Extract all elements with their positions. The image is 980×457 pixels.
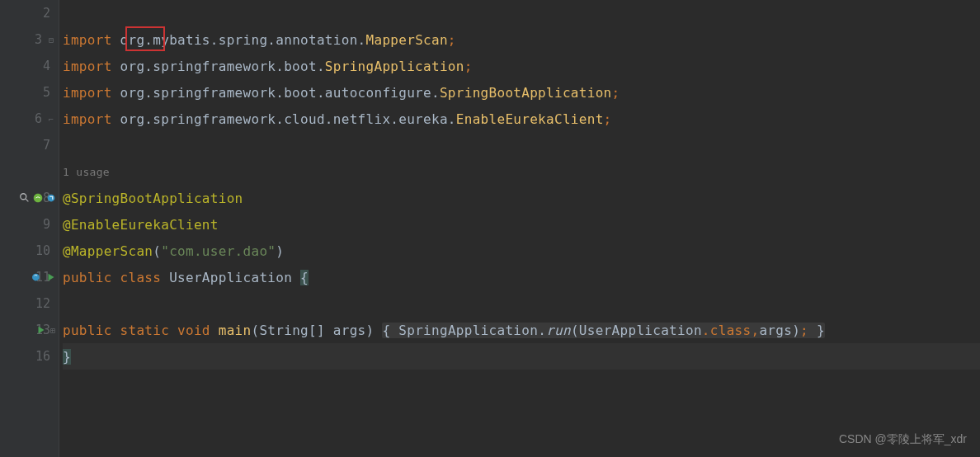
paren-close: ) (276, 243, 284, 259)
brace-open: { (300, 270, 309, 285)
code-line[interactable]: @EnableEurekaClient (63, 211, 980, 238)
svg-point-2 (48, 195, 55, 202)
keyword-class: class (120, 270, 170, 285)
gutter-row: 16 (0, 343, 59, 370)
class-identifier: UserApplication (169, 270, 300, 285)
gutter: 2 3⊟ 4 5 6⌐ 7 8 9 10 11 12 13 (0, 0, 59, 457)
gutter-row: 10 (0, 238, 59, 264)
line-number: 4 (43, 59, 50, 73)
code-line[interactable]: } (63, 343, 980, 370)
annotation: @SpringBootApplication (63, 191, 243, 206)
line-number: 16 (35, 349, 50, 364)
package-segment: org.springframework.boot. (120, 59, 325, 74)
paren-open: ( (251, 323, 259, 338)
line-number: 6 (35, 111, 42, 126)
gutter-row: 8 (0, 185, 59, 211)
gutter-row: 3⊟ (0, 26, 59, 53)
line-number: 3 (35, 32, 42, 47)
string-literal: "com.user.dao" (161, 243, 276, 259)
gutter-row: 13 ⊞ (0, 317, 59, 343)
method-call: run (546, 323, 571, 338)
line-number: 9 (43, 217, 50, 232)
line-number: 10 (35, 243, 50, 258)
brace-close: } (63, 349, 71, 365)
code-line[interactable]: public static void main(String[] args) {… (63, 317, 980, 343)
class-name: EnableEurekaClient (456, 111, 604, 127)
type-name: String (259, 323, 309, 338)
annotation: @EnableEurekaClient (63, 217, 219, 233)
brackets: [] (309, 323, 325, 338)
param-name: args (325, 323, 366, 338)
package-segment: org (120, 32, 145, 48)
line-number: 12 (35, 296, 50, 311)
code-line[interactable]: @MapperScan("com.user.dao") (63, 238, 980, 264)
code-line[interactable]: 1 usage (63, 158, 980, 185)
class-name: SpringApplication (325, 59, 464, 74)
spring-leaf-icon[interactable] (32, 192, 44, 204)
line-number: 2 (43, 6, 50, 21)
paren-close: ) (366, 323, 383, 338)
gutter-row: 4 (0, 53, 59, 79)
package-segment: org.springframework.cloud.netflix.eureka… (120, 111, 456, 127)
annotation: @MapperScan (63, 243, 153, 259)
gutter-row: 11 (0, 264, 59, 290)
gutter-row (0, 158, 59, 185)
code-line[interactable] (63, 0, 980, 26)
code-area[interactable]: import org.mybatis.spring.annotation.Map… (59, 0, 980, 457)
class-name: SpringBootApplication (440, 85, 612, 101)
gutter-row: 5 (0, 79, 59, 106)
line-number: 7 (43, 138, 50, 153)
gutter-row: 2 (0, 0, 59, 26)
code-line[interactable]: import org.springframework.boot.autoconf… (63, 79, 980, 106)
search-icon[interactable] (19, 192, 31, 204)
package-segment: org.springframework.boot.autoconfigure. (120, 85, 440, 101)
keyword-import: import (63, 85, 120, 101)
code-editor[interactable]: 2 3⊟ 4 5 6⌐ 7 8 9 10 11 12 13 (0, 0, 980, 457)
keyword-import: import (63, 32, 120, 48)
code-line[interactable]: import org.springframework.cloud.netflix… (63, 106, 980, 132)
keyword-import: import (63, 111, 120, 127)
run-icon[interactable] (45, 271, 57, 283)
svg-line-1 (26, 199, 29, 202)
keyword-public: public (63, 270, 120, 285)
code-line[interactable]: public class UserApplication { (63, 264, 980, 290)
fold-end-icon[interactable]: ⌐ (47, 115, 55, 123)
usage-hint[interactable]: 1 usage (63, 166, 110, 178)
folded-region[interactable]: { SpringApplication.run(UserApplication.… (382, 323, 824, 338)
watermark-text: CSDN @零陵上将军_xdr (839, 432, 967, 447)
run-icon[interactable] (35, 324, 47, 336)
class-name: MapperScan (366, 32, 448, 48)
package-segment: .mybatis.spring.annotation. (144, 32, 365, 48)
keyword-import: import (63, 59, 120, 74)
fold-minus-icon[interactable]: ⊟ (47, 35, 55, 44)
line-number: 5 (43, 85, 50, 100)
method-name: main (219, 323, 252, 338)
code-line[interactable] (63, 290, 980, 317)
code-line[interactable]: import org.springframework.boot.SpringAp… (63, 53, 980, 79)
semicolon: ; (464, 59, 473, 74)
svg-point-0 (21, 194, 26, 200)
spring-run-icon[interactable] (32, 271, 44, 283)
gutter-row: 12 (0, 290, 59, 317)
refresh-icon[interactable] (45, 192, 57, 204)
keyword-void: void (177, 323, 219, 338)
semicolon: ; (604, 111, 612, 127)
code-line[interactable]: import org.mybatis.spring.annotation.Map… (63, 26, 980, 53)
keyword-static: static (120, 323, 178, 338)
gutter-row: 6⌐ (0, 106, 59, 132)
gutter-row: 7 (0, 132, 59, 158)
keyword-public: public (63, 323, 120, 338)
fold-plus-icon[interactable]: ⊞ (49, 326, 57, 334)
paren-open: ( (153, 243, 161, 259)
semicolon: ; (448, 32, 456, 48)
code-line[interactable] (63, 132, 980, 158)
gutter-row: 9 (0, 211, 59, 238)
code-line[interactable]: @SpringBootApplication (63, 185, 980, 211)
semicolon: ; (612, 85, 620, 101)
